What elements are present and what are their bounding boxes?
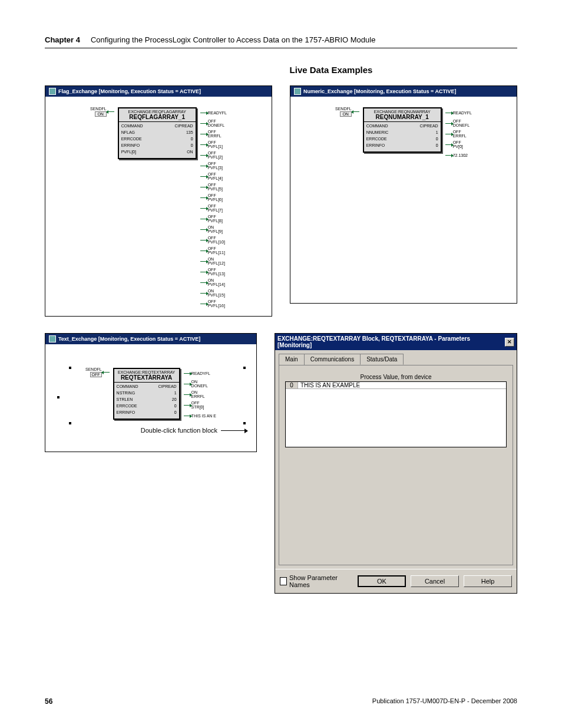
out-port: ONDONEFL (184, 378, 216, 389)
text-window-title: Text_Exchange [Monitoring, Execution Sta… (58, 336, 200, 342)
numeric-window-titlebar[interactable]: Numeric_Exchange [Monitoring, Execution … (290, 86, 517, 97)
ok-button[interactable]: OK (358, 575, 406, 587)
out-port: OFFPVFL[13] (200, 266, 227, 277)
out-port: ONPVFL[14] (200, 277, 227, 288)
process-value-label: Process Value, from device (285, 374, 507, 380)
out-port: OFFERRFL (445, 129, 472, 139)
out-port: ONPVFL[9] (200, 224, 227, 235)
numeric-exchange-window: Numeric_Exchange [Monitoring, Execution … (290, 85, 517, 304)
show-parameter-names-label: Show Parameter Names (289, 574, 348, 588)
block-row: ERRINFO0 (121, 143, 193, 150)
out-port: OFFPVFL[10] (200, 235, 227, 245)
text-in-port: SENDFL OFF (85, 368, 110, 377)
out-port: OFFPVFL[11] (200, 245, 227, 256)
out-port: ONERRFL (184, 389, 216, 400)
numeric-block-type: EXCHANGE:REQNUMARRAY (366, 110, 438, 114)
out-port: OFFPVFL[16] (200, 298, 227, 309)
window-icon (49, 335, 56, 342)
out-port: ONPVFL[15] (200, 288, 227, 298)
out-port: READYFL (445, 107, 472, 118)
numeric-block-name: REQNUMARRAY_1 (366, 114, 438, 120)
flag-block-name: REQFLAGARRAY_1 (121, 114, 193, 120)
text-block-type: EXCHANGE:REQTEXTARRAY (117, 370, 177, 374)
show-parameter-names-checkbox[interactable]: Show Parameter Names (280, 574, 348, 588)
double-click-hint: Double-click function block (51, 427, 250, 434)
page-number: 56 (45, 697, 52, 706)
block-row: NNUMERIC1 (366, 130, 438, 137)
help-button[interactable]: Help (464, 575, 512, 587)
flag-function-block[interactable]: EXCHANGE:REQFLAGARRAY REQFLAGARRAY_1 COM… (118, 107, 197, 159)
out-port: OFFPV[0] (445, 139, 472, 150)
window-icon (49, 88, 56, 95)
checkbox-icon[interactable] (280, 577, 287, 585)
out-port: OFFPVFL[8] (200, 213, 227, 224)
tab-main[interactable]: Main (279, 354, 305, 365)
out-port: OFFPVFL[1] (200, 139, 227, 150)
text-exchange-window: Text_Exchange [Monitoring, Execution Sta… (45, 333, 257, 452)
block-row: NFLAG135 (121, 130, 193, 137)
numeric-in-port: SENDFL ON (335, 107, 359, 116)
out-port: OFFPVFL[6] (200, 192, 227, 203)
out-port: OFFPVFL[5] (200, 182, 227, 192)
table-row[interactable]: 0THIS IS AN EXAMPLE (286, 382, 506, 389)
block-row: COMMANDCIPREAD (366, 124, 438, 130)
page-header: Chapter 4 Configuring the ProcessLogix C… (45, 35, 517, 48)
numeric-function-block[interactable]: EXCHANGE:REQNUMARRAY REQNUMARRAY_1 COMMA… (363, 107, 442, 153)
text-function-block[interactable]: EXCHANGE:REQTEXTARRAY REQTEXTARRAYA COMM… (113, 368, 180, 420)
out-port: OFFSTR[0] (184, 400, 216, 410)
flag-window-title: Flag_Exchange [Monitoring, Execution Sta… (58, 88, 201, 94)
close-icon[interactable]: ✕ (505, 338, 514, 347)
out-port: OFFDONEFL (200, 118, 227, 129)
numeric-window-title: Numeric_Exchange [Monitoring, Execution … (303, 88, 456, 94)
publication-info: Publication 1757-UM007D-EN-P - December … (372, 697, 517, 706)
out-port: OFFPVFL[2] (200, 150, 227, 160)
chapter-title: Configuring the ProcessLogix Controller … (91, 35, 375, 44)
flag-window-titlebar[interactable]: Flag_Exchange [Monitoring, Execution Sta… (45, 86, 272, 97)
chapter-label: Chapter 4 (45, 35, 80, 44)
text-block-name: REQTEXTARRAYA (117, 374, 177, 381)
flag-exchange-window: Flag_Exchange [Monitoring, Execution Sta… (45, 85, 272, 317)
out-port: THIS IS AN E (184, 410, 216, 421)
out-port: OFFPVFL[4] (200, 171, 227, 182)
block-row: COMMANDCIPREAD (117, 384, 177, 391)
dialog-titlebar[interactable]: EXCHANGE:REQTEXTARRAY Block, REQTEXTARRA… (275, 334, 517, 350)
block-row: ERRINFO0 (366, 143, 438, 150)
section-title: Live Data Examples (145, 65, 517, 75)
block-row: STRLEN20 (117, 397, 177, 404)
out-port: READYFL (200, 107, 227, 118)
block-row: ERRCODE0 (117, 404, 177, 410)
flag-in-port: SENDFL ON (90, 107, 114, 116)
out-port: OFFERRFL (200, 129, 227, 139)
tab-status-data[interactable]: Status/Data (360, 354, 404, 365)
block-row: ERRCODE0 (366, 137, 438, 143)
arrow-right-icon (221, 430, 244, 431)
out-port: OFFDONEFL (445, 118, 472, 129)
out-port: OFFPVFL[3] (200, 160, 227, 171)
block-row: ERRCODE0 (121, 137, 193, 143)
out-port: READYFL (184, 368, 216, 378)
out-port: OFFPVFL[7] (200, 203, 227, 213)
window-icon (294, 88, 301, 95)
text-window-titlebar[interactable]: Text_Exchange [Monitoring, Execution Sta… (45, 334, 256, 344)
parameters-dialog: EXCHANGE:REQTEXTARRAY Block, REQTEXTARRA… (275, 333, 517, 594)
cancel-button[interactable]: Cancel (411, 575, 459, 587)
block-row: ERRINFO0 (117, 410, 177, 417)
block-row: PVFL[0]ON (121, 150, 193, 156)
dialog-tabs: MainCommunicationsStatus/Data (275, 350, 517, 365)
block-row: NSTRING1 (117, 391, 177, 397)
dialog-title: EXCHANGE:REQTEXTARRAY Block, REQTEXTARRA… (277, 335, 505, 348)
page-footer: 56 Publication 1757-UM007D-EN-P - Decemb… (45, 697, 517, 706)
process-value-grid[interactable]: 0THIS IS AN EXAMPLE (285, 381, 507, 447)
flag-block-type: EXCHANGE:REQFLAGARRAY (121, 110, 193, 114)
out-port: ONPVFL[12] (200, 256, 227, 266)
tab-communications[interactable]: Communications (304, 354, 361, 365)
out-port: 72.1302 (445, 150, 472, 160)
tab-pane-status-data: Process Value, from device 0THIS IS AN E… (279, 365, 513, 565)
block-row: COMMANDCIPREAD (121, 124, 193, 130)
